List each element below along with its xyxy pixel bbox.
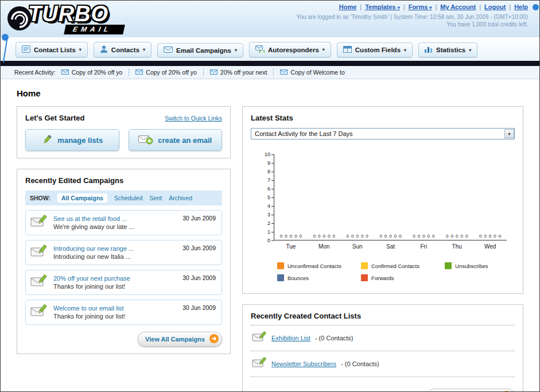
y-tick: 3 [267,212,274,218]
chart-value-label: 0 [389,234,391,239]
nav-link-help[interactable]: Help [514,3,528,10]
see-all-contact-lists-button[interactable]: See All Contact Lists [428,389,515,392]
chevron-down-icon: ▾ [469,48,471,53]
envelope-pencil-icon [30,214,48,231]
filter-all-campaigns[interactable]: All Campaigns [57,193,107,203]
right-column: Latest Stats Contact Activity for the La… [242,106,523,392]
email-icon [135,69,143,76]
chevron-down-icon: ▾ [429,5,432,10]
legend-swatch [277,262,284,269]
recent-activity-item[interactable]: Copy of Welcome to [280,69,351,76]
nav-link-label: Templates [365,3,396,10]
chart-value-label: 0 [399,234,401,239]
legend-label: Unsubscribes [455,263,488,269]
campaign-row[interactable]: Introducing our new range ... Introducin… [25,240,222,265]
chart-plot: 00000Tue00000Mon00000Sun00000Sat00000Fri… [274,154,507,240]
campaign-date: 30 Jun 2009 [182,274,216,281]
legend-item: Unsubscribes [445,262,529,269]
page: TURBO EMAIL HomeTemplates ▾Forms ▾My Acc… [0,0,540,392]
nav-link-my-account[interactable]: My Account [440,3,484,10]
recent-activity-item[interactable]: 20% off your next [210,69,274,76]
tab-custom-fields[interactable]: Custom Fields ▾ [337,42,413,57]
contact-lists-panel: Recently Created Contact Lists Exhibitio… [242,304,523,392]
decorative-dot-left [2,34,9,41]
header-right: HomeTemplates ▾Forms ▾My AccountLogoutHe… [297,3,528,28]
tab-email-campaigns[interactable]: Email Campaigns ▾ [157,43,243,57]
campaign-row[interactable]: 20% off your next purchase Thanks for jo… [25,270,222,295]
filter-scheduled[interactable]: Scheduled [114,195,143,201]
logo-primary-text: TURBO [28,2,108,26]
manage-lists-button[interactable]: manage lists [25,129,119,151]
chart-value-label: 0 [418,234,420,239]
left-column: Let's Get Started Switch to Quick Links … [17,106,231,354]
tab-statistics[interactable]: Statistics ▾ [418,42,477,57]
email-campaigns-icon [164,46,173,54]
campaign-title-link[interactable]: Introducing our new range ... [53,245,134,252]
chart-value-label: 0 [446,234,448,239]
create-email-label: create an email [158,136,212,145]
legend-item: Confirmed Contacts [361,262,445,269]
pencil-icon [41,134,53,146]
chart-group: 00000Tue [274,154,308,240]
contact-list-row[interactable]: Newsletter Subscribers - (0 Contacts) [251,351,515,377]
chart-value-label: 0 [384,234,387,239]
chevron-down-icon: ▼ [504,129,514,138]
chart-legend: Unconfirmed ContactsConfirmed ContactsUn… [277,262,530,286]
recent-activity-text: Copy of Welcome to [290,69,344,76]
nav-link-home[interactable]: Home [339,3,365,10]
chart-value-label: 0 [451,234,453,239]
chart-category-label: Sat [386,243,395,250]
chart-group: 00000Sun [341,154,374,240]
campaign-subtitle: We're giving away our late ... [53,223,134,230]
chart-value-label: 0 [356,234,358,239]
tab-contact-lists[interactable]: Contact Lists ▾ [15,42,88,57]
stats-period-select[interactable]: Contact Activity for the Last 7 Days ▼ [251,128,515,139]
legend-item: Bounces [277,274,361,281]
chevron-down-icon: ▾ [404,48,406,53]
stats-period-value: Contact Activity for the Last 7 Days [255,130,353,137]
campaign-title-link[interactable]: 20% off your next purchase [53,275,130,282]
arrow-right-icon [209,334,219,344]
campaign-title-link[interactable]: Welcome to our email list [53,305,125,312]
nav-link-forms[interactable]: Forms ▾ [409,3,441,10]
chart-value-label: 0 [294,234,297,239]
recent-activity-item[interactable]: Copy of 20% off yo [135,69,204,76]
switch-quick-links-link[interactable]: Switch to Quick Links [165,115,222,122]
recent-activity-item[interactable]: Copy of 20% off yo [61,69,130,76]
tab-contacts[interactable]: Contacts ▾ [94,42,151,57]
chart-value-label: 0 [366,234,368,239]
y-tick: 9 [267,160,274,166]
email-icon [61,69,69,76]
campaign-row[interactable]: Welcome to our email list Thanks for joi… [25,300,222,325]
chevron-down-icon: ▾ [79,47,81,52]
campaign-row[interactable]: See us at the retail food ... We're givi… [25,210,222,235]
create-email-button[interactable]: create an email [129,129,223,151]
filter-sent[interactable]: Sent [150,195,162,201]
chart-value-label: 0 [347,234,349,239]
chart-group: 00000Mon [308,154,341,240]
nav-link-templates[interactable]: Templates ▾ [365,3,409,10]
nav-link-label: Logout [484,3,506,10]
filter-archived[interactable]: Archived [169,195,192,201]
contact-list-link[interactable]: Newsletter Subscribers [271,360,336,367]
legend-label: Forwards [371,275,394,281]
email-icon [280,69,288,76]
envelope-pencil-icon [30,304,48,321]
view-all-campaigns-label: View All Campaigns [145,336,205,343]
chart-value-label: 0 [285,234,287,239]
y-tick: 10 [265,152,274,157]
recent-activity-bar: Recent Activity: Copy of 20% off yo Copy… [1,66,539,79]
chart-category-label: Wed [484,243,496,250]
recent-activity-text: Copy of 20% off yo [146,69,197,76]
manage-lists-label: manage lists [57,136,103,145]
campaign-date: 30 Jun 2009 [182,244,216,251]
contact-list-row[interactable]: Exhibition List - (0 Contacts) [251,325,515,351]
tab-autoresponders[interactable]: Autoresponders ▾ [249,42,331,57]
main-content: Home Let's Get Started Switch to Quick L… [1,79,539,392]
get-started-title: Let's Get Started [25,114,85,122]
campaign-title-link[interactable]: See us at the retail food ... [53,215,134,222]
contact-list-link[interactable]: Exhibition List [271,335,310,341]
chart-value-label: 0 [494,234,496,239]
view-all-campaigns-button[interactable]: View All Campaigns [138,332,222,347]
nav-link-logout[interactable]: Logout [484,3,514,10]
